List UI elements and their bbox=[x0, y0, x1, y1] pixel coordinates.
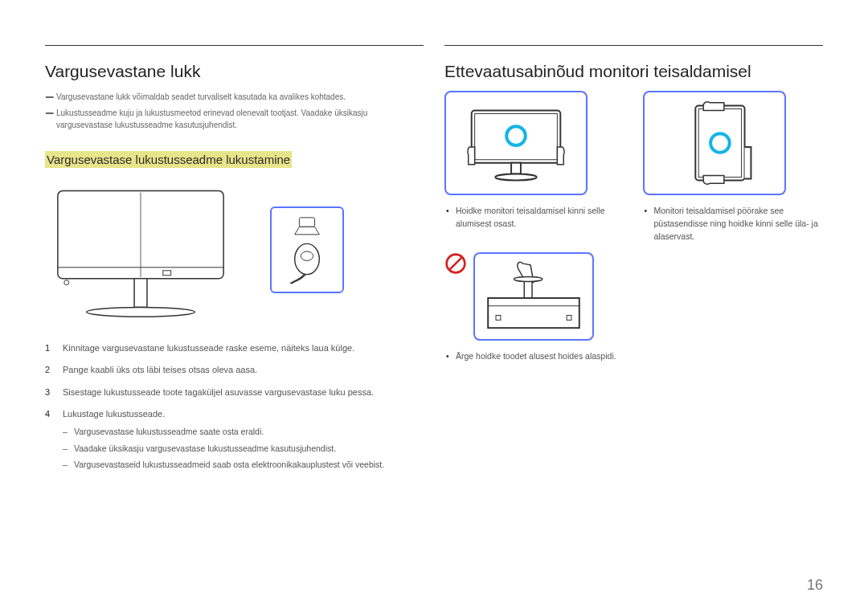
svg-rect-5 bbox=[163, 270, 171, 275]
moving-panels: Hoidke monitori teisaldamisel kinni sell… bbox=[444, 91, 823, 243]
right-column: Ettevaatusabinõud monitori teisaldamisel bbox=[444, 45, 823, 581]
left-title: Vargusevastane lukk bbox=[45, 62, 424, 81]
svg-rect-2 bbox=[134, 278, 147, 307]
step-4: Lukustage lukustusseade. Vargusevastase … bbox=[45, 407, 424, 472]
left-subheading: Vargusevastase lukustusseadme lukustamin… bbox=[45, 151, 292, 168]
panel-2-text: Monitori teisaldamisel pöörake see püsta… bbox=[643, 205, 824, 243]
hold-by-stand-illustration bbox=[473, 252, 594, 341]
svg-point-14 bbox=[495, 174, 536, 181]
step-1: Kinnitage vargusevastane lukustusseade r… bbox=[45, 341, 424, 356]
left-column: Vargusevastane lukk Vargusevastane lukk … bbox=[45, 45, 424, 581]
svg-rect-16 bbox=[698, 109, 741, 178]
left-note-2: Lukustusseadme kuju ja lukustusmeetod er… bbox=[45, 107, 424, 132]
svg-rect-24 bbox=[496, 316, 501, 321]
rotate-portrait-illustration bbox=[643, 91, 786, 195]
panel-1-bullets: Hoidke monitori teisaldamisel kinni sell… bbox=[444, 205, 625, 231]
svg-point-4 bbox=[64, 280, 69, 284]
prohibit-bullets: Ärge hoidke toodet alusest hoides alaspi… bbox=[444, 350, 616, 363]
lock-steps: Kinnitage vargusevastane lukustusseade r… bbox=[45, 341, 424, 472]
svg-rect-11 bbox=[475, 113, 558, 159]
step-4-substeps: Vargusevastase lukustusseadme saate osta… bbox=[63, 425, 424, 472]
step-4-text: Lukustage lukustusseade. bbox=[63, 409, 165, 419]
step-2: Pange kaabli üks ots läbi teises otsas o… bbox=[45, 363, 424, 378]
left-note-1: Vargusevastane lukk võimaldab seadet tur… bbox=[45, 91, 424, 104]
substep-1: Vargusevastase lukustusseadme saate osta… bbox=[63, 425, 424, 439]
prohibit-icon bbox=[444, 252, 467, 275]
svg-rect-13 bbox=[511, 163, 521, 174]
lock-figure-row bbox=[45, 178, 424, 322]
svg-line-19 bbox=[449, 257, 462, 270]
svg-point-3 bbox=[87, 307, 195, 317]
panel-hold-bottom: Hoidke monitori teisaldamisel kinni sell… bbox=[444, 91, 625, 243]
prohibit-text: Ärge hoidke toodet alusest hoides alaspi… bbox=[444, 350, 616, 363]
panel-1-text: Hoidke monitori teisaldamisel kinni sell… bbox=[444, 205, 625, 231]
svg-rect-22 bbox=[488, 298, 579, 328]
svg-point-9 bbox=[301, 251, 313, 260]
svg-rect-25 bbox=[567, 316, 571, 321]
prohibit-block: Ärge hoidke toodet alusest hoides alaspi… bbox=[444, 252, 823, 363]
substep-3: Vargusevastaseid lukustusseadmeid saab o… bbox=[63, 458, 424, 472]
step-3: Sisestage lukustusseade toote tagaküljel… bbox=[45, 386, 424, 400]
monitor-back-illustration bbox=[45, 178, 236, 322]
lock-closeup-illustration bbox=[270, 206, 344, 293]
panel-rotate-portrait: Monitori teisaldamisel pöörake see püsta… bbox=[643, 91, 824, 243]
svg-point-21 bbox=[514, 277, 542, 282]
manual-page: Vargusevastane lukk Vargusevastane lukk … bbox=[0, 0, 868, 613]
page-number: 16 bbox=[807, 577, 823, 594]
hold-bottom-illustration bbox=[444, 91, 588, 195]
panel-2-bullets: Monitori teisaldamisel pöörake see püsta… bbox=[643, 205, 824, 243]
substep-2: Vaadake üksikasju vargusevastase lukustu… bbox=[63, 442, 424, 456]
right-title: Ettevaatusabinõud monitori teisaldamisel bbox=[444, 62, 823, 81]
svg-rect-7 bbox=[299, 217, 314, 226]
